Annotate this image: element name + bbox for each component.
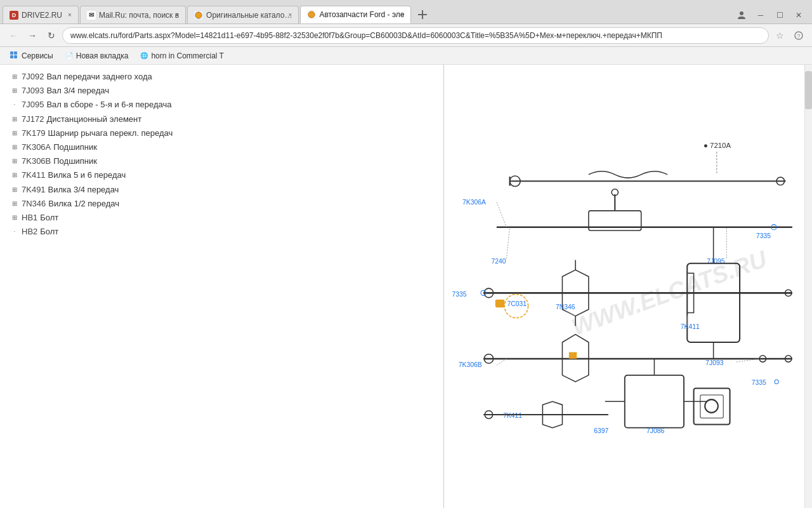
tab-mail[interactable]: ✉ Mail.Ru: почта, поиск в ×	[80, 6, 186, 23]
part-code: 7J172	[22, 114, 44, 125]
svg-rect-43	[495, 300, 505, 307]
bookmark-horn[interactable]: 🌐 horn in Commercial T	[134, 50, 228, 62]
list-item[interactable]: ⊞ 7K306A Подшипник	[0, 140, 443, 154]
bookmark-services[interactable]: Сервисы	[5, 50, 58, 62]
tab-label-ford: Автозапчасти Ford - эле	[319, 10, 404, 19]
part-name: Болт	[40, 226, 58, 237]
tab-favicon-elcats	[194, 11, 203, 20]
part-code: 7N346	[22, 198, 46, 210]
list-item[interactable]: · 7J095 Вал в сборе - 5-я и 6-я передача	[0, 98, 443, 112]
tab-close-drive2[interactable]: ×	[65, 10, 75, 20]
bookmark-horn-label: horn in Commercial T	[151, 51, 223, 60]
diagram-panel: WWW.ELCATS.RU ● 7210A	[444, 65, 812, 508]
list-item[interactable]: ⊞ 7K179 Шарнир рычага перекл. передач	[0, 126, 443, 140]
part-code: 7J095	[22, 99, 44, 110]
bookmark-new-tab[interactable]: 📄 Новая вкладка	[60, 50, 134, 62]
expand-icon: ⊞	[10, 115, 19, 124]
svg-text:7K306B: 7K306B	[459, 361, 482, 368]
expand-icon: ⊞	[10, 185, 19, 194]
forward-button[interactable]: →	[24, 27, 41, 44]
part-code: 7K179	[22, 128, 46, 139]
part-name: Подшипник	[53, 156, 97, 167]
tab-label-elcats: Оригинальные катало…	[206, 11, 292, 20]
part-code: HB2	[22, 226, 37, 237]
list-item[interactable]: ⊞ 7J092 Вал передачи заднего хода	[0, 70, 443, 84]
part-name: Вилка 1/2 передач	[48, 198, 119, 210]
profile-icon[interactable]	[733, 7, 750, 23]
list-item[interactable]: ⊞ HB1 Болт	[0, 211, 443, 225]
part-name: Вилка 3/4 передач	[48, 184, 119, 196]
svg-text:7240: 7240	[492, 258, 506, 265]
svg-point-1	[308, 11, 315, 18]
tab-close-mail[interactable]: ×	[172, 10, 182, 20]
part-name: Вал передачи заднего хода	[46, 71, 152, 83]
tab-favicon-drive2: D	[10, 11, 18, 20]
tab-drive2[interactable]: D DRIVE2.RU ×	[3, 6, 79, 23]
back-button[interactable]: ←	[5, 27, 22, 44]
minimize-button[interactable]: ─	[752, 7, 769, 23]
list-item[interactable]: ⊞ 7K306B Подшипник	[0, 154, 443, 168]
part-code: 7K306A	[22, 142, 51, 153]
svg-text:7335: 7335	[756, 232, 771, 239]
svg-text:7N346: 7N346	[556, 304, 575, 311]
bookmark-star-button[interactable]: ☆	[771, 27, 788, 44]
svg-text:7J093: 7J093	[705, 359, 723, 366]
diagram-svg-container: WWW.ELCATS.RU ● 7210A	[444, 65, 812, 508]
diagram-scrollbar[interactable]	[804, 65, 812, 508]
address-bar: ← → ↻ ☆ ?	[0, 24, 812, 47]
list-item[interactable]: ⊞ 7J093 Вал 3/4 передач	[0, 84, 443, 98]
svg-rect-10	[14, 55, 17, 58]
close-button[interactable]: ✕	[790, 7, 807, 23]
svg-rect-8	[14, 51, 17, 55]
main-content: ⊞ 7J092 Вал передачи заднего хода ⊞ 7J09…	[0, 65, 812, 508]
tab-ford[interactable]: Автозапчасти Ford - эле ×	[300, 6, 411, 23]
svg-text:7C031: 7C031	[507, 300, 527, 307]
expand-icon: ⊞	[10, 157, 19, 166]
part-name: Болт	[40, 212, 58, 224]
expand-icon: ⊞	[10, 72, 19, 81]
expand-icon: ⊞	[10, 171, 19, 180]
tab-label-drive2: DRIVE2.RU	[22, 11, 62, 20]
expand-icon: ⊞	[10, 86, 19, 95]
tab-bar: D DRIVE2.RU × ✉ Mail.Ru: почта, поиск в …	[0, 0, 812, 24]
restore-button[interactable]: ☐	[771, 7, 788, 23]
new-tab-button[interactable]	[414, 6, 431, 23]
expand-icon: ⊞	[10, 143, 19, 152]
expand-icon: ·	[10, 227, 19, 236]
diagram-scrollbar-thumb[interactable]	[805, 71, 812, 109]
svg-text:7335: 7335	[752, 379, 766, 386]
address-input[interactable]	[62, 27, 769, 44]
svg-rect-3	[422, 10, 423, 19]
svg-text:?: ?	[797, 33, 800, 39]
browser-chrome: D DRIVE2.RU × ✉ Mail.Ru: почта, поиск в …	[0, 0, 812, 65]
expand-icon: ⊞	[10, 213, 19, 222]
tab-label-mail: Mail.Ru: почта, поиск в	[99, 11, 179, 20]
svg-text:7335: 7335	[452, 291, 466, 298]
list-item[interactable]: ⊞ 7N346 Вилка 1/2 передач	[0, 197, 443, 211]
part-code: 7K306B	[22, 156, 51, 167]
expand-icon: ⊞	[10, 199, 19, 208]
list-item[interactable]: · HB2 Болт	[0, 225, 443, 239]
bookmark-services-label: Сервисы	[22, 51, 53, 60]
list-item[interactable]: ⊞ 7K411 Вилка 5 и 6 передач	[0, 168, 443, 182]
list-item[interactable]: ⊞ 7J172 Дистанционный элемент	[0, 112, 443, 126]
tab-favicon-mail: ✉	[87, 11, 96, 20]
part-code: 7J092	[22, 71, 44, 83]
list-item[interactable]: ⊞ 7K491 Вилка 3/4 передач	[0, 183, 443, 197]
svg-text:7J086: 7J086	[646, 427, 664, 434]
part-name: Вал 3/4 передач	[46, 85, 109, 97]
svg-text:7K306A: 7K306A	[462, 199, 486, 206]
svg-point-4	[740, 11, 743, 15]
part-code: 7K411	[22, 170, 46, 181]
extension-button[interactable]: ?	[790, 27, 807, 44]
tab-elcats[interactable]: Оригинальные катало… ×	[187, 6, 299, 23]
expand-icon: ·	[10, 100, 19, 109]
tab-close-ford[interactable]: ×	[397, 10, 407, 20]
tab-favicon-ford	[307, 10, 316, 19]
part-code: 7K491	[22, 184, 46, 196]
refresh-button[interactable]: ↻	[43, 27, 60, 44]
expand-icon: ⊞	[10, 129, 19, 138]
tab-close-elcats[interactable]: ×	[285, 10, 295, 20]
part-code: HB1	[22, 212, 37, 224]
horn-bookmark-icon: 🌐	[140, 51, 148, 60]
